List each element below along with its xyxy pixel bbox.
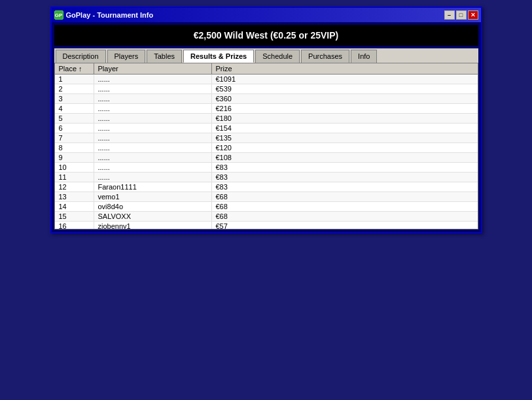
cell-player: vemo1 (94, 192, 212, 201)
table-row: 5......€180 (55, 114, 478, 124)
cell-prize: €120 (212, 143, 478, 152)
cell-player: ...... (94, 84, 212, 93)
cell-prize: €216 (212, 104, 478, 113)
table-row: 6......€154 (55, 124, 478, 133)
cell-player: ...... (94, 153, 212, 162)
tab-players[interactable]: Players (107, 50, 146, 63)
title-bar-left: GP GoPlay - Tournament Info (54, 10, 154, 20)
cell-place: 1 (55, 75, 94, 84)
table-header: Place ↑ Player Prize (55, 63, 478, 75)
cell-prize: €539 (212, 84, 478, 93)
cell-player: ziobenny1 (94, 222, 212, 229)
cell-player: ovi8d4o (94, 202, 212, 211)
table-row: 13vemo1€68 (55, 192, 478, 202)
cell-place: 5 (55, 114, 94, 123)
window-content: €2,500 Wild West (€0.25 or 25VIP) Descri… (52, 22, 481, 232)
table-row: 15SALVOXX€68 (55, 212, 478, 222)
tab-info[interactable]: Info (351, 50, 377, 63)
window-title: GoPlay - Tournament Info (66, 11, 154, 19)
main-window: GP GoPlay - Tournament Info – □ ✕ €2,500… (50, 7, 482, 233)
table-row: 12Faraon1111€83 (55, 182, 478, 192)
cell-place: 12 (55, 182, 94, 192)
cell-place: 9 (55, 153, 94, 162)
tab-schedule[interactable]: Schedule (255, 50, 300, 63)
table-row: 7......€135 (55, 133, 478, 143)
app-icon: GP (54, 10, 63, 20)
cell-player: ...... (94, 94, 212, 103)
tab-tables[interactable]: Tables (147, 50, 182, 63)
cell-prize: €83 (212, 163, 478, 172)
cell-player: SALVOXX (94, 212, 212, 221)
table-row: 1......€1091 (55, 75, 478, 84)
close-button[interactable]: ✕ (468, 10, 478, 20)
cell-prize: €83 (212, 182, 478, 192)
cell-player: ...... (94, 124, 212, 133)
title-bar: GP GoPlay - Tournament Info – □ ✕ (52, 8, 481, 22)
cell-place: 14 (55, 202, 94, 211)
cell-prize: €180 (212, 114, 478, 123)
col-prize: Prize (212, 63, 478, 74)
cell-player: ...... (94, 133, 212, 142)
cell-player: ...... (94, 163, 212, 172)
results-table: Place ↑ Player Prize 1......€10912......… (54, 63, 478, 229)
cell-place: 11 (55, 173, 94, 182)
cell-place: 8 (55, 143, 94, 152)
cell-prize: €135 (212, 133, 478, 142)
table-row: 16ziobenny1€57 (55, 222, 478, 229)
cell-place: 4 (55, 104, 94, 113)
cell-place: 15 (55, 212, 94, 221)
cell-player: ...... (94, 104, 212, 113)
table-row: 2......€539 (55, 84, 478, 94)
tab-results[interactable]: Results & Prizes (183, 50, 254, 63)
tab-bar: Description Players Tables Results & Pri… (54, 48, 478, 63)
cell-place: 7 (55, 133, 94, 142)
cell-player: ...... (94, 143, 212, 152)
cell-player: Faraon1111 (94, 182, 212, 192)
cell-place: 10 (55, 163, 94, 172)
cell-prize: €108 (212, 153, 478, 162)
table-body[interactable]: 1......€10912......€5393......€3604.....… (55, 75, 478, 229)
tournament-title: €2,500 Wild West (€0.25 or 25VIP) (54, 25, 478, 46)
table-row: 8......€120 (55, 143, 478, 153)
cell-prize: €57 (212, 222, 478, 229)
cell-prize: €154 (212, 124, 478, 133)
table-row: 11......€83 (55, 173, 478, 182)
cell-place: 2 (55, 84, 94, 93)
cell-place: 3 (55, 94, 94, 103)
cell-prize: €83 (212, 173, 478, 182)
cell-prize: €68 (212, 212, 478, 221)
cell-prize: €68 (212, 202, 478, 211)
window-controls: – □ ✕ (444, 10, 478, 20)
tab-purchases[interactable]: Purchases (301, 50, 349, 63)
table-row: 14ovi8d4o€68 (55, 202, 478, 212)
cell-place: 16 (55, 222, 94, 229)
maximize-button[interactable]: □ (456, 10, 467, 20)
cell-prize: €1091 (212, 75, 478, 84)
table-row: 3......€360 (55, 94, 478, 104)
tab-description[interactable]: Description (56, 50, 106, 63)
cell-player: ...... (94, 75, 212, 84)
cell-place: 13 (55, 192, 94, 201)
minimize-button[interactable]: – (444, 10, 455, 20)
table-row: 4......€216 (55, 104, 478, 114)
table-row: 9......€108 (55, 153, 478, 163)
table-row: 10......€83 (55, 163, 478, 173)
cell-prize: €68 (212, 192, 478, 201)
cell-prize: €360 (212, 94, 478, 103)
cell-player: ...... (94, 173, 212, 182)
cell-place: 6 (55, 124, 94, 133)
col-player: Player (94, 63, 212, 74)
col-place: Place ↑ (55, 63, 94, 74)
cell-player: ...... (94, 114, 212, 123)
